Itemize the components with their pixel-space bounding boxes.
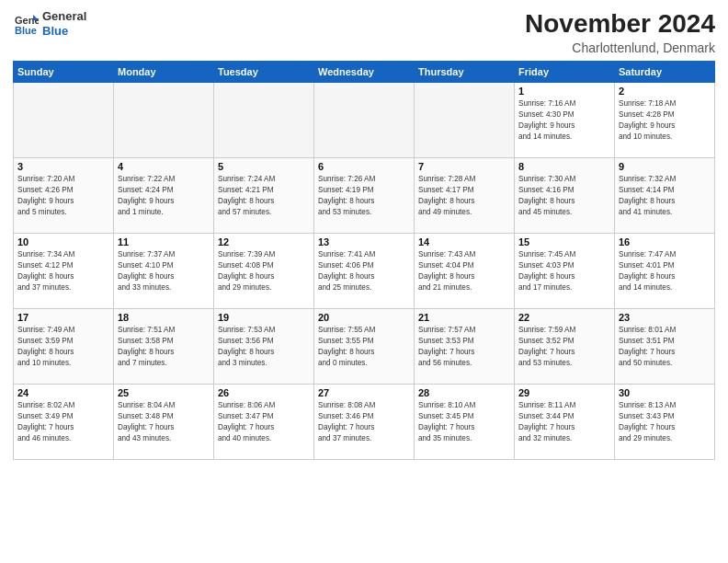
calendar-cell: 12Sunrise: 7:39 AM Sunset: 4:08 PM Dayli… (214, 234, 314, 309)
day-number: 2 (619, 86, 711, 97)
svg-text:Blue: Blue (15, 25, 37, 36)
logo: General Blue General Blue (13, 9, 86, 38)
day-number: 7 (418, 161, 510, 172)
calendar-cell: 27Sunrise: 8:08 AM Sunset: 3:46 PM Dayli… (314, 385, 415, 460)
day-number: 14 (418, 236, 510, 247)
calendar-header-row: Sunday Monday Tuesday Wednesday Thursday… (14, 62, 715, 83)
day-number: 30 (619, 387, 711, 398)
day-number: 18 (118, 312, 210, 323)
month-title: November 2024 (525, 9, 715, 39)
calendar-cell: 24Sunrise: 8:02 AM Sunset: 3:49 PM Dayli… (14, 385, 114, 460)
calendar-cell: 16Sunrise: 7:47 AM Sunset: 4:01 PM Dayli… (615, 234, 715, 309)
col-monday: Monday (114, 62, 214, 83)
day-info: Sunrise: 7:26 AM Sunset: 4:19 PM Dayligh… (318, 174, 410, 218)
day-number: 13 (318, 236, 410, 247)
calendar-cell: 10Sunrise: 7:34 AM Sunset: 4:12 PM Dayli… (14, 234, 114, 309)
day-number: 12 (218, 236, 310, 247)
day-info: Sunrise: 8:10 AM Sunset: 3:45 PM Dayligh… (418, 400, 510, 444)
week-row-0: 1Sunrise: 7:16 AM Sunset: 4:30 PM Daylig… (14, 83, 715, 158)
calendar-cell: 6Sunrise: 7:26 AM Sunset: 4:19 PM Daylig… (314, 158, 415, 234)
day-info: Sunrise: 7:55 AM Sunset: 3:55 PM Dayligh… (318, 325, 410, 369)
title-area: November 2024 Charlottenlund, Denmark (525, 9, 715, 55)
day-number: 8 (518, 161, 610, 172)
day-info: Sunrise: 8:06 AM Sunset: 3:47 PM Dayligh… (218, 400, 310, 444)
day-number: 5 (218, 161, 310, 172)
col-wednesday: Wednesday (314, 62, 415, 83)
day-info: Sunrise: 8:04 AM Sunset: 3:48 PM Dayligh… (118, 400, 210, 444)
day-info: Sunrise: 7:34 AM Sunset: 4:12 PM Dayligh… (17, 249, 109, 293)
calendar-cell: 8Sunrise: 7:30 AM Sunset: 4:16 PM Daylig… (515, 158, 615, 234)
day-number: 29 (518, 387, 610, 398)
day-info: Sunrise: 8:02 AM Sunset: 3:49 PM Dayligh… (17, 400, 109, 444)
calendar-cell: 18Sunrise: 7:51 AM Sunset: 3:58 PM Dayli… (114, 309, 214, 385)
logo-general: General (42, 9, 86, 24)
calendar-cell: 5Sunrise: 7:24 AM Sunset: 4:21 PM Daylig… (214, 158, 314, 234)
day-info: Sunrise: 7:57 AM Sunset: 3:53 PM Dayligh… (418, 325, 510, 369)
col-sunday: Sunday (14, 62, 114, 83)
day-number: 26 (218, 387, 310, 398)
week-row-4: 24Sunrise: 8:02 AM Sunset: 3:49 PM Dayli… (14, 385, 715, 460)
calendar-cell (415, 83, 515, 158)
calendar-cell: 1Sunrise: 7:16 AM Sunset: 4:30 PM Daylig… (515, 83, 615, 158)
day-number: 10 (17, 236, 109, 247)
calendar-cell: 4Sunrise: 7:22 AM Sunset: 4:24 PM Daylig… (114, 158, 214, 234)
logo-icon: General Blue (13, 11, 39, 37)
day-info: Sunrise: 7:49 AM Sunset: 3:59 PM Dayligh… (17, 325, 109, 369)
col-saturday: Saturday (615, 62, 715, 83)
day-info: Sunrise: 7:47 AM Sunset: 4:01 PM Dayligh… (619, 249, 711, 293)
page: General Blue General Blue November 2024 … (0, 0, 728, 563)
day-number: 16 (619, 236, 711, 247)
calendar-cell: 11Sunrise: 7:37 AM Sunset: 4:10 PM Dayli… (114, 234, 214, 309)
day-info: Sunrise: 7:53 AM Sunset: 3:56 PM Dayligh… (218, 325, 310, 369)
day-info: Sunrise: 7:37 AM Sunset: 4:10 PM Dayligh… (118, 249, 210, 293)
calendar-cell: 23Sunrise: 8:01 AM Sunset: 3:51 PM Dayli… (615, 309, 715, 385)
day-info: Sunrise: 7:45 AM Sunset: 4:03 PM Dayligh… (518, 249, 610, 293)
day-info: Sunrise: 7:39 AM Sunset: 4:08 PM Dayligh… (218, 249, 310, 293)
day-number: 9 (619, 161, 711, 172)
calendar-cell: 30Sunrise: 8:13 AM Sunset: 3:43 PM Dayli… (615, 385, 715, 460)
calendar-cell: 19Sunrise: 7:53 AM Sunset: 3:56 PM Dayli… (214, 309, 314, 385)
calendar-cell: 2Sunrise: 7:18 AM Sunset: 4:28 PM Daylig… (615, 83, 715, 158)
col-tuesday: Tuesday (214, 62, 314, 83)
day-info: Sunrise: 7:51 AM Sunset: 3:58 PM Dayligh… (118, 325, 210, 369)
day-number: 15 (518, 236, 610, 247)
day-info: Sunrise: 7:59 AM Sunset: 3:52 PM Dayligh… (518, 325, 610, 369)
day-info: Sunrise: 8:11 AM Sunset: 3:44 PM Dayligh… (518, 400, 610, 444)
calendar-cell (114, 83, 214, 158)
day-number: 24 (17, 387, 109, 398)
calendar-cell: 17Sunrise: 7:49 AM Sunset: 3:59 PM Dayli… (14, 309, 114, 385)
calendar-cell: 14Sunrise: 7:43 AM Sunset: 4:04 PM Dayli… (415, 234, 515, 309)
day-info: Sunrise: 8:08 AM Sunset: 3:46 PM Dayligh… (318, 400, 410, 444)
location: Charlottenlund, Denmark (525, 40, 715, 55)
calendar-cell: 3Sunrise: 7:20 AM Sunset: 4:26 PM Daylig… (14, 158, 114, 234)
calendar-cell: 7Sunrise: 7:28 AM Sunset: 4:17 PM Daylig… (415, 158, 515, 234)
week-row-3: 17Sunrise: 7:49 AM Sunset: 3:59 PM Dayli… (14, 309, 715, 385)
calendar-cell: 28Sunrise: 8:10 AM Sunset: 3:45 PM Dayli… (415, 385, 515, 460)
day-info: Sunrise: 7:41 AM Sunset: 4:06 PM Dayligh… (318, 249, 410, 293)
day-number: 3 (17, 161, 109, 172)
day-number: 27 (318, 387, 410, 398)
day-number: 17 (17, 312, 109, 323)
calendar-cell: 21Sunrise: 7:57 AM Sunset: 3:53 PM Dayli… (415, 309, 515, 385)
calendar-cell (314, 83, 415, 158)
day-number: 25 (118, 387, 210, 398)
day-info: Sunrise: 7:16 AM Sunset: 4:30 PM Dayligh… (518, 98, 610, 143)
day-number: 28 (418, 387, 510, 398)
calendar-cell: 15Sunrise: 7:45 AM Sunset: 4:03 PM Dayli… (515, 234, 615, 309)
calendar-cell: 13Sunrise: 7:41 AM Sunset: 4:06 PM Dayli… (314, 234, 415, 309)
day-info: Sunrise: 7:22 AM Sunset: 4:24 PM Dayligh… (118, 174, 210, 218)
calendar: Sunday Monday Tuesday Wednesday Thursday… (13, 61, 715, 460)
day-info: Sunrise: 8:13 AM Sunset: 3:43 PM Dayligh… (619, 400, 711, 444)
calendar-cell (14, 83, 114, 158)
day-info: Sunrise: 8:01 AM Sunset: 3:51 PM Dayligh… (619, 325, 711, 369)
week-row-2: 10Sunrise: 7:34 AM Sunset: 4:12 PM Dayli… (14, 234, 715, 309)
day-info: Sunrise: 7:43 AM Sunset: 4:04 PM Dayligh… (418, 249, 510, 293)
day-info: Sunrise: 7:24 AM Sunset: 4:21 PM Dayligh… (218, 174, 310, 218)
logo-blue: Blue (42, 24, 86, 39)
day-number: 11 (118, 236, 210, 247)
calendar-cell: 20Sunrise: 7:55 AM Sunset: 3:55 PM Dayli… (314, 309, 415, 385)
day-number: 1 (518, 86, 610, 97)
header: General Blue General Blue November 2024 … (13, 9, 715, 55)
day-number: 23 (619, 312, 711, 323)
day-info: Sunrise: 7:28 AM Sunset: 4:17 PM Dayligh… (418, 174, 510, 218)
